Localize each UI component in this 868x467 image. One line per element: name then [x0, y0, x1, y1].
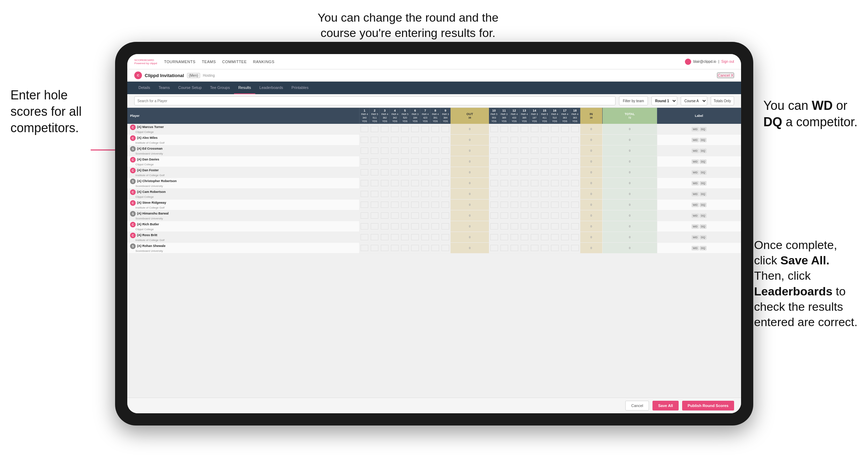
hole-8-input[interactable]: [430, 189, 440, 199]
hole-12-input[interactable]: [509, 210, 519, 221]
wd-button[interactable]: WD: [692, 203, 699, 207]
hole-6-input[interactable]: [410, 124, 420, 135]
score-input-front[interactable]: [361, 148, 368, 154]
score-input-back[interactable]: [500, 212, 508, 219]
hole-1-input[interactable]: [360, 243, 370, 254]
hole-11-input[interactable]: [499, 156, 509, 167]
hole-17-input[interactable]: [560, 232, 570, 243]
score-input-back[interactable]: [490, 169, 498, 175]
score-input-front[interactable]: [371, 126, 378, 132]
hole-13-input[interactable]: [519, 243, 529, 254]
hole-4-input[interactable]: [390, 124, 400, 135]
hole-5-input[interactable]: [400, 243, 410, 254]
score-input-back[interactable]: [561, 148, 569, 154]
score-input-back[interactable]: [521, 169, 528, 175]
hole-8-input[interactable]: [430, 145, 440, 156]
hole-13-input[interactable]: [519, 145, 529, 156]
score-input-back[interactable]: [571, 158, 579, 165]
score-input-front[interactable]: [371, 212, 378, 219]
hole-17-input[interactable]: [560, 167, 570, 178]
score-input-front[interactable]: [371, 234, 378, 240]
hole-18-input[interactable]: [570, 210, 580, 221]
score-input-back[interactable]: [500, 191, 508, 197]
score-input-back[interactable]: [541, 191, 549, 197]
hole-11-input[interactable]: [499, 135, 509, 145]
hole-2-input[interactable]: [370, 199, 380, 210]
hole-8-input[interactable]: [430, 243, 440, 254]
score-input-back[interactable]: [561, 245, 569, 251]
hole-9-input[interactable]: [440, 232, 451, 243]
score-input-front[interactable]: [401, 180, 409, 186]
score-input-back[interactable]: [531, 169, 538, 175]
score-input-back[interactable]: [521, 148, 528, 154]
score-input-back[interactable]: [531, 148, 538, 154]
score-input-back[interactable]: [561, 126, 569, 132]
hole-11-input[interactable]: [499, 243, 509, 254]
score-input-back[interactable]: [561, 158, 569, 165]
score-input-front[interactable]: [431, 126, 439, 132]
wd-button[interactable]: WD: [692, 149, 699, 153]
score-input-front[interactable]: [381, 126, 388, 132]
hole-18-input[interactable]: [570, 221, 580, 232]
score-input-back[interactable]: [500, 234, 508, 240]
hole-10-input[interactable]: [489, 221, 499, 232]
nav-committee[interactable]: COMMITTEE: [222, 60, 247, 64]
score-input-front[interactable]: [361, 223, 368, 229]
score-input-back[interactable]: [551, 202, 559, 208]
score-input-front[interactable]: [441, 137, 449, 143]
wd-button[interactable]: WD: [692, 138, 699, 142]
score-input-front[interactable]: [411, 234, 419, 240]
score-input-back[interactable]: [500, 158, 508, 165]
score-input-front[interactable]: [431, 234, 439, 240]
hole-11-input[interactable]: [499, 221, 509, 232]
hole-18-input[interactable]: [570, 156, 580, 167]
score-input-back[interactable]: [521, 137, 528, 143]
score-input-back[interactable]: [561, 212, 569, 219]
score-input-back[interactable]: [551, 223, 559, 229]
hole-8-input[interactable]: [430, 210, 440, 221]
score-input-back[interactable]: [511, 148, 518, 154]
hole-17-input[interactable]: [560, 210, 570, 221]
hole-16-input[interactable]: [550, 124, 560, 135]
score-input-back[interactable]: [541, 148, 549, 154]
hole-17-input[interactable]: [560, 189, 570, 199]
score-input-front[interactable]: [371, 169, 378, 175]
score-input-back[interactable]: [521, 245, 528, 251]
hole-14-input[interactable]: [529, 124, 539, 135]
score-input-front[interactable]: [431, 202, 439, 208]
hole-10-input[interactable]: [489, 145, 499, 156]
hole-9-input[interactable]: [440, 124, 451, 135]
score-input-front[interactable]: [391, 202, 399, 208]
hole-3-input[interactable]: [380, 210, 390, 221]
hole-13-input[interactable]: [519, 135, 529, 145]
score-input-front[interactable]: [441, 202, 449, 208]
score-input-front[interactable]: [381, 158, 388, 165]
dq-button[interactable]: DQ: [700, 192, 707, 196]
hole-1-input[interactable]: [360, 167, 370, 178]
score-input-back[interactable]: [541, 234, 549, 240]
score-input-back[interactable]: [521, 223, 528, 229]
score-input-front[interactable]: [421, 223, 429, 229]
hole-1-input[interactable]: [360, 135, 370, 145]
score-input-front[interactable]: [381, 180, 388, 186]
score-input-front[interactable]: [391, 137, 399, 143]
hole-7-input[interactable]: [420, 210, 430, 221]
score-input-back[interactable]: [521, 234, 528, 240]
score-input-back[interactable]: [541, 202, 549, 208]
hole-1-input[interactable]: [360, 232, 370, 243]
hole-15-input[interactable]: [539, 199, 550, 210]
hole-6-input[interactable]: [410, 189, 420, 199]
score-input-front[interactable]: [371, 202, 378, 208]
score-input-back[interactable]: [490, 126, 498, 132]
score-input-front[interactable]: [391, 245, 399, 251]
wd-button[interactable]: WD: [692, 235, 699, 240]
score-input-front[interactable]: [441, 169, 449, 175]
hole-2-input[interactable]: [370, 232, 380, 243]
hole-16-input[interactable]: [550, 135, 560, 145]
score-input-front[interactable]: [381, 191, 388, 197]
hole-13-input[interactable]: [519, 199, 529, 210]
score-input-front[interactable]: [441, 148, 449, 154]
hole-13-input[interactable]: [519, 221, 529, 232]
hole-10-input[interactable]: [489, 189, 499, 199]
score-input-back[interactable]: [541, 180, 549, 186]
